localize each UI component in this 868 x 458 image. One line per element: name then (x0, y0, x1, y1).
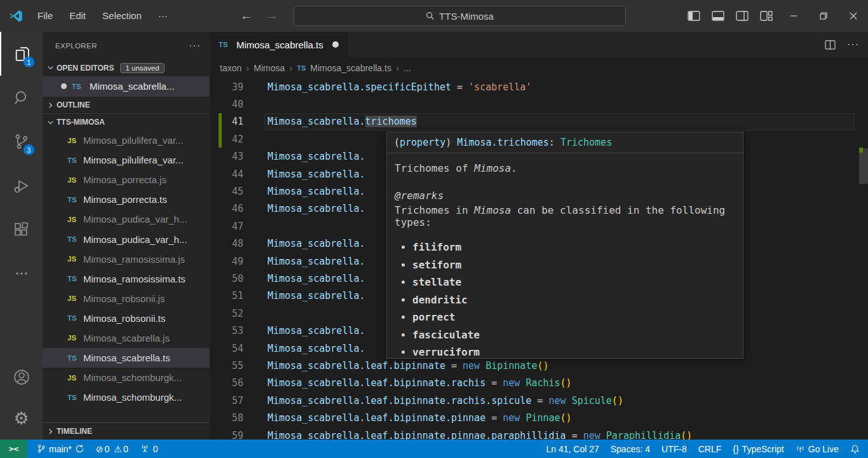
command-center-search[interactable]: TTS-Mimosa (294, 6, 626, 26)
section-open-editors[interactable]: OPEN EDITORS 1 unsaved (43, 59, 210, 76)
open-editor-label: Mimosa_scabrella... (90, 81, 174, 92)
chevron-down-icon (45, 117, 55, 127)
toggle-sidebar-button[interactable] (682, 0, 706, 32)
open-editor-item[interactable]: TS Mimosa_scabrella... (43, 76, 210, 96)
ports-item[interactable]: 0 (134, 440, 164, 458)
section-timeline[interactable]: TIMELINE (43, 422, 210, 440)
file-row[interactable]: JSMimosa_schomburgk... (43, 368, 210, 387)
activity-accounts[interactable] (0, 356, 43, 398)
customize-layout-button[interactable] (754, 0, 778, 32)
breadcrumb-item[interactable]: Mimosa (254, 63, 285, 73)
indentation[interactable]: Spaces: 4 (605, 440, 656, 458)
code-token: new (549, 395, 566, 406)
extensions-icon (13, 221, 30, 238)
file-row[interactable]: TSMimosa_ramosissima.ts (43, 269, 210, 289)
tab-mimosa-scabrella[interactable]: TS Mimosa_scabrella.ts (210, 32, 348, 57)
file-list: JSMimosa_pilulifera_var...TSMimosa_pilul… (43, 130, 210, 422)
menu-item[interactable]: Selection (94, 0, 150, 32)
file-row[interactable]: JSMimosa_robsonii.js (43, 289, 210, 309)
activity-more[interactable] (0, 251, 43, 295)
restore-button[interactable] (808, 0, 838, 32)
line-number: 48 (210, 238, 243, 249)
file-row[interactable]: JSMimosa_ramosissima.js (43, 249, 210, 269)
activity-source-control[interactable]: 3 (0, 120, 43, 163)
activity-extensions[interactable] (0, 207, 43, 251)
file-name: Mimosa_scabrella.js (83, 333, 170, 344)
editor-scrollbar[interactable] (859, 78, 868, 440)
error-count: 0 (105, 444, 110, 454)
modified-dot-icon[interactable] (332, 41, 339, 48)
file-row[interactable]: TSMimosa_pudica_var_h... (43, 229, 210, 249)
file-row[interactable]: TSMimosa_pilulifera_var... (43, 150, 210, 170)
editor-actions-icon[interactable]: ··· (847, 39, 859, 50)
problems-item[interactable]: ⊘ 0 ⚠ 0 (90, 440, 134, 458)
file-row[interactable]: TSMimosa_robsonii.ts (43, 309, 210, 328)
line-number: 49 (210, 256, 243, 267)
line-text: Mimosa_scabrella. (243, 343, 365, 354)
breadcrumb-item[interactable]: ... (403, 63, 411, 73)
toggle-panel-button[interactable] (706, 0, 730, 32)
code-line[interactable]: 57Mimosa_scabrella.leaf.bipinnate.rachis… (210, 392, 868, 409)
code-token: new (503, 377, 520, 389)
outline-label: OUTLINE (57, 101, 90, 109)
ts-file-icon: TS (67, 235, 80, 243)
code-line[interactable]: 55Mimosa_scabrella.leaf.bipinnate = new … (210, 357, 868, 374)
hover-tooltip: (property) Mimosa.trichomes: Trichomes T… (386, 132, 743, 359)
nav-forward-arrow[interactable]: → (266, 9, 278, 23)
activity-run-debug[interactable] (0, 163, 43, 207)
file-row[interactable]: TSMimosa_scabrella.ts (43, 348, 210, 368)
hover-text: Mimosa (474, 204, 511, 216)
nav-back-arrow[interactable]: ← (240, 9, 252, 23)
breadcrumb-item[interactable]: taxon (220, 63, 241, 73)
sidebar-actions-icon[interactable]: ··· (189, 40, 201, 52)
activity-settings[interactable]: ⚙ (0, 398, 43, 440)
code-line[interactable]: 58Mimosa_scabrella.leaf.bipinnate.pinnae… (210, 409, 868, 426)
code-line[interactable]: 39Mimosa_scabrella.specificEpithet = 'sc… (210, 78, 868, 95)
code-line[interactable]: 40 (210, 95, 868, 113)
status-bar: >< main* ⊘ 0 ⚠ 0 0 Ln 41, Col 27 Spaces:… (0, 440, 868, 458)
scrollbar-thumb[interactable] (859, 148, 868, 184)
line-number: 40 (210, 99, 243, 110)
encoding[interactable]: UTF-8 (656, 440, 693, 458)
cursor-position[interactable]: Ln 41, Col 27 (540, 440, 604, 458)
code-line[interactable]: 56Mimosa_scabrella.leaf.bipinnate.rachis… (210, 375, 868, 392)
code-line[interactable]: 59Mimosa_scabrella.leaf.bipinnate.pinnae… (210, 427, 868, 440)
ts-file-icon: TS (67, 394, 80, 401)
file-row[interactable]: TSMimosa_porrecta.ts (43, 190, 210, 209)
code-token: = (445, 360, 463, 371)
chevron-right-icon: › (246, 62, 249, 73)
notifications-item[interactable] (844, 440, 868, 458)
toggle-secondary-sidebar-button[interactable] (730, 0, 754, 32)
breadcrumb-item[interactable]: Mimosa_scabrella.ts (310, 63, 391, 73)
file-row[interactable]: JSMimosa_pilulifera_var... (43, 130, 210, 150)
file-row[interactable]: TSMimosa_schomburgk... (43, 387, 210, 407)
minimize-button[interactable] (778, 0, 808, 32)
menu-item[interactable]: Edit (61, 0, 94, 32)
line-number: 42 (210, 134, 243, 145)
file-row[interactable]: JSMimosa_porrecta.js (43, 170, 210, 190)
code-area[interactable]: 39Mimosa_scabrella.specificEpithet = 'sc… (210, 78, 868, 440)
file-row[interactable]: JSMimosa_pudica_var_h... (43, 209, 210, 229)
hover-remarks-tag: @remarks (395, 190, 735, 202)
file-row[interactable]: JSMimosa_scabrella.js (43, 328, 210, 348)
menu-item[interactable]: ··· (150, 0, 176, 32)
code-token: new (463, 360, 480, 371)
code-token: Mimosa_scabrella.leaf.bipinnate.rachis.s… (268, 395, 531, 406)
branch-item[interactable]: main* (31, 440, 90, 458)
activity-explorer[interactable]: 1 (0, 32, 43, 76)
language-mode[interactable]: {} TypeScript (727, 440, 790, 458)
code-token: Mimosa_scabrella. (268, 325, 365, 337)
eol[interactable]: CRLF (693, 440, 728, 458)
section-outline[interactable]: OUTLINE (43, 96, 210, 113)
overview-added-marker (859, 148, 863, 153)
close-button[interactable] (838, 0, 868, 32)
split-editor-icon[interactable] (825, 40, 836, 50)
sig-token: Trichomes (560, 137, 612, 148)
remote-indicator[interactable]: >< (0, 440, 27, 458)
go-live-item[interactable]: Go Live (790, 440, 844, 458)
activity-search[interactable] (0, 76, 43, 120)
line-text: Mimosa_scabrella.leaf.bipinnate.rachis.s… (243, 395, 623, 406)
section-folder[interactable]: TTS-MIMOSA (43, 113, 210, 130)
menu-item[interactable]: File (29, 0, 61, 32)
chevron-right-icon: › (396, 62, 399, 73)
